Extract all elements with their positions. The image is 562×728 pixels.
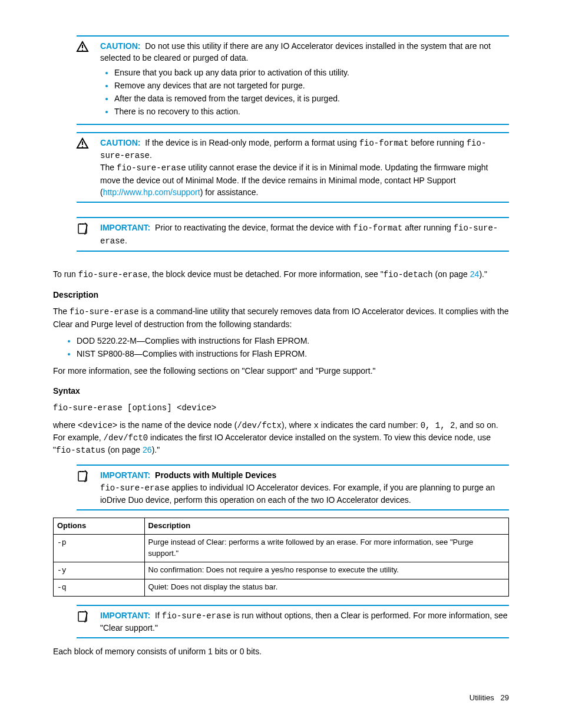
caution-box-1: CAUTION: Do not use this utility if ther… [77, 35, 509, 125]
code: fio-format [353, 223, 402, 233]
list-item: DOD 5220.22-M—Complies with instructions… [77, 335, 509, 347]
option-desc: No confirmation: Does not require a yes/… [144, 562, 508, 579]
text: )." [479, 269, 487, 279]
table-row: -q Quiet: Does not display the status ba… [54, 579, 509, 596]
svg-point-1 [82, 50, 83, 51]
important-box-1: IMPORTANT: Prior to reactivating the dev… [77, 217, 509, 252]
svg-rect-5 [80, 223, 81, 225]
important-box-3: IMPORTANT: If fio-sure-erase is run with… [77, 605, 509, 639]
footer-section: Utilities [470, 693, 494, 702]
text: . [125, 236, 127, 245]
standards-list: DOD 5220.22-M—Complies with instructions… [53, 335, 509, 360]
description-paragraph: The fio-sure-erase is a command-line uti… [53, 305, 509, 330]
caution-box-2: CAUTION: If the device is in Read-only m… [77, 132, 509, 203]
code: fio-sure-erase [70, 307, 139, 317]
option-flag: -y [57, 566, 67, 575]
text: To run [53, 269, 78, 279]
table-row: -y No confirmation: Does not require a y… [54, 562, 509, 579]
svg-rect-11 [80, 611, 81, 612]
code: /dev/fctx [237, 421, 282, 430]
list-item: After the data is removed from the targe… [114, 93, 509, 104]
description-heading: Description [53, 289, 509, 301]
caution-label: CAUTION: [100, 138, 140, 147]
syntax-command: fio-sure-erase [options] <device> [53, 403, 216, 413]
code: /dev/fct0 [104, 433, 148, 443]
code: <device> [78, 421, 117, 430]
text: is the name of the device node ( [117, 420, 237, 430]
footer-page: 29 [501, 693, 509, 702]
text: indicates the card number: [319, 420, 421, 430]
caution-bullet-list: Ensure that you back up any data prior t… [100, 67, 509, 118]
text: . [150, 150, 152, 160]
list-item: There is no recovery to this action. [114, 106, 509, 117]
text: If [155, 611, 162, 620]
option-desc: Purge instead of Clear: performs a write… [144, 535, 508, 562]
text: The [53, 307, 70, 316]
page-ref-link[interactable]: 24 [470, 269, 480, 279]
table-row: -p Purge instead of Clear: performs a wr… [54, 535, 509, 562]
important-box-2: IMPORTANT: Products with Multiple Device… [77, 465, 509, 510]
option-flag: -q [57, 583, 67, 592]
text: where [53, 420, 78, 430]
caution-text: Do not use this utility if there are any… [100, 41, 491, 62]
code: fio-sure-erase [162, 611, 232, 621]
svg-rect-8 [80, 471, 81, 472]
text: If the device is in Read-only mode, perf… [145, 138, 359, 147]
svg-point-3 [82, 146, 83, 147]
important-label: IMPORTANT: [100, 223, 150, 232]
caution-icon [77, 40, 100, 120]
text: ), where [282, 420, 313, 430]
list-item: NIST SP800-88—Complies with instructions… [77, 348, 509, 360]
list-item: Remove any devices that are not targeted… [114, 80, 509, 91]
text: )." [152, 445, 160, 454]
code: fio-sure-erase [117, 163, 186, 173]
text: after running [402, 223, 453, 232]
options-table: Options Description -p Purge instead of … [53, 518, 509, 596]
col-description: Description [144, 518, 508, 535]
syntax-heading: Syntax [53, 385, 509, 397]
note-icon [77, 222, 100, 247]
code: fio-sure-erase [78, 270, 148, 279]
text: The [100, 163, 117, 172]
caution-label: CAUTION: [100, 41, 140, 51]
more-info-paragraph: For more information, see the following … [53, 365, 509, 377]
text: ) for assistance. [200, 187, 259, 197]
note-icon [77, 469, 100, 506]
important-title: Products with Multiple Devices [155, 470, 276, 480]
option-desc: Quiet: Does not display the status bar. [144, 579, 508, 596]
list-item: Ensure that you back up any data prior t… [114, 67, 509, 78]
where-paragraph: where <device> is the name of the device… [53, 419, 509, 457]
code: fio-format [359, 139, 409, 148]
text: (on page [433, 269, 470, 279]
svg-rect-12 [82, 611, 84, 612]
closing-paragraph: Each block of memory consists of uniform… [53, 645, 509, 657]
code: fio-sure-erase [100, 483, 170, 493]
run-paragraph: To run fio-sure-erase, the block device … [53, 268, 509, 281]
text: before running [409, 138, 467, 147]
code: fio-status [56, 446, 105, 455]
important-label: IMPORTANT: [100, 470, 150, 480]
note-icon [77, 610, 100, 634]
option-flag: -p [57, 538, 67, 547]
table-header-row: Options Description [54, 518, 509, 535]
col-options: Options [54, 518, 145, 535]
svg-rect-9 [82, 471, 84, 472]
page-ref-link[interactable]: 26 [143, 445, 152, 454]
text: (on page [105, 445, 143, 454]
svg-rect-6 [82, 223, 84, 225]
code: x [313, 421, 318, 430]
code: fio-detach [384, 270, 433, 279]
text: Prior to reactivating the device, format… [155, 223, 353, 232]
important-label: IMPORTANT: [100, 611, 150, 620]
support-link[interactable]: http://www.hp.com/support [103, 187, 200, 197]
caution-icon [77, 137, 100, 198]
page-footer: Utilities 29 [53, 693, 509, 704]
text: , the block device must be detached. For… [147, 269, 383, 279]
code: 0, 1, 2 [421, 421, 455, 430]
